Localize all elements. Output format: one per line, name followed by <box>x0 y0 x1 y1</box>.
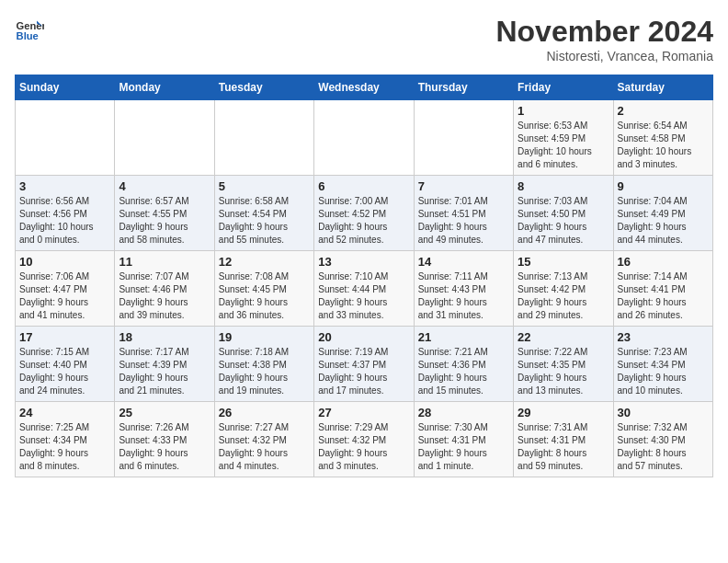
day-number: 6 <box>318 179 409 193</box>
calendar-cell: 30Sunrise: 7:32 AM Sunset: 4:30 PM Dayli… <box>613 402 712 477</box>
day-number: 3 <box>19 179 110 193</box>
header: General Blue November 2024 Nistoresti, V… <box>15 15 713 63</box>
calendar-week-row: 3Sunrise: 6:56 AM Sunset: 4:56 PM Daylig… <box>16 176 713 251</box>
calendar-cell: 11Sunrise: 7:07 AM Sunset: 4:46 PM Dayli… <box>115 251 214 327</box>
month-title: November 2024 <box>495 15 713 49</box>
day-info: Sunrise: 7:08 AM Sunset: 4:45 PM Dayligh… <box>219 270 310 322</box>
day-number: 27 <box>318 406 409 419</box>
weekday-header: Sunday <box>16 75 115 100</box>
day-number: 29 <box>518 406 609 419</box>
calendar-week-row: 10Sunrise: 7:06 AM Sunset: 4:47 PM Dayli… <box>16 251 713 327</box>
svg-text:Blue: Blue <box>17 30 39 41</box>
calendar-week-row: 17Sunrise: 7:15 AM Sunset: 4:40 PM Dayli… <box>16 327 713 402</box>
calendar-cell: 1Sunrise: 6:53 AM Sunset: 4:59 PM Daylig… <box>514 100 613 176</box>
day-info: Sunrise: 7:27 AM Sunset: 4:32 PM Dayligh… <box>219 421 310 473</box>
calendar-cell: 7Sunrise: 7:01 AM Sunset: 4:51 PM Daylig… <box>414 176 513 251</box>
day-info: Sunrise: 7:21 AM Sunset: 4:36 PM Dayligh… <box>418 346 509 397</box>
day-info: Sunrise: 7:15 AM Sunset: 4:40 PM Dayligh… <box>19 346 110 397</box>
calendar-cell: 21Sunrise: 7:21 AM Sunset: 4:36 PM Dayli… <box>414 327 513 402</box>
calendar-cell: 5Sunrise: 6:58 AM Sunset: 4:54 PM Daylig… <box>214 176 313 251</box>
day-number: 9 <box>618 179 709 193</box>
header-row: SundayMondayTuesdayWednesdayThursdayFrid… <box>16 75 713 100</box>
day-info: Sunrise: 7:13 AM Sunset: 4:42 PM Dayligh… <box>518 270 609 322</box>
svg-text:General: General <box>17 20 44 31</box>
day-number: 28 <box>418 406 509 419</box>
day-info: Sunrise: 7:17 AM Sunset: 4:39 PM Dayligh… <box>119 346 210 397</box>
weekday-header: Wednesday <box>314 75 414 100</box>
calendar-cell: 8Sunrise: 7:03 AM Sunset: 4:50 PM Daylig… <box>514 176 613 251</box>
calendar-cell <box>414 100 513 176</box>
day-info: Sunrise: 7:25 AM Sunset: 4:34 PM Dayligh… <box>19 421 110 473</box>
day-number: 30 <box>618 406 709 419</box>
logo-icon: General Blue <box>15 15 44 44</box>
location: Nistoresti, Vrancea, Romania <box>495 49 713 63</box>
calendar-cell: 25Sunrise: 7:26 AM Sunset: 4:33 PM Dayli… <box>115 402 214 477</box>
weekday-header: Thursday <box>414 75 513 100</box>
day-number: 18 <box>119 330 210 344</box>
day-number: 8 <box>518 179 609 193</box>
logo: General Blue <box>15 15 44 44</box>
calendar-table: SundayMondayTuesdayWednesdayThursdayFrid… <box>15 75 713 477</box>
day-info: Sunrise: 7:29 AM Sunset: 4:32 PM Dayligh… <box>318 421 409 473</box>
calendar-cell <box>115 100 214 176</box>
calendar-cell: 16Sunrise: 7:14 AM Sunset: 4:41 PM Dayli… <box>613 251 712 327</box>
calendar-cell: 19Sunrise: 7:18 AM Sunset: 4:38 PM Dayli… <box>214 327 313 402</box>
calendar-cell: 24Sunrise: 7:25 AM Sunset: 4:34 PM Dayli… <box>16 402 115 477</box>
calendar-cell: 14Sunrise: 7:11 AM Sunset: 4:43 PM Dayli… <box>414 251 513 327</box>
weekday-header: Monday <box>115 75 214 100</box>
day-info: Sunrise: 6:57 AM Sunset: 4:55 PM Dayligh… <box>119 195 210 247</box>
day-info: Sunrise: 7:14 AM Sunset: 4:41 PM Dayligh… <box>618 270 709 322</box>
day-info: Sunrise: 7:07 AM Sunset: 4:46 PM Dayligh… <box>119 270 210 322</box>
day-number: 13 <box>318 255 409 269</box>
calendar-cell: 12Sunrise: 7:08 AM Sunset: 4:45 PM Dayli… <box>214 251 313 327</box>
day-info: Sunrise: 6:56 AM Sunset: 4:56 PM Dayligh… <box>19 195 110 247</box>
day-number: 1 <box>518 104 609 118</box>
day-info: Sunrise: 7:11 AM Sunset: 4:43 PM Dayligh… <box>418 270 509 322</box>
calendar-cell: 20Sunrise: 7:19 AM Sunset: 4:37 PM Dayli… <box>314 327 414 402</box>
day-number: 11 <box>119 255 210 269</box>
day-info: Sunrise: 7:23 AM Sunset: 4:34 PM Dayligh… <box>618 346 709 397</box>
day-number: 20 <box>318 330 409 344</box>
calendar-cell: 3Sunrise: 6:56 AM Sunset: 4:56 PM Daylig… <box>16 176 115 251</box>
calendar-week-row: 24Sunrise: 7:25 AM Sunset: 4:34 PM Dayli… <box>16 402 713 477</box>
calendar-cell: 18Sunrise: 7:17 AM Sunset: 4:39 PM Dayli… <box>115 327 214 402</box>
day-number: 2 <box>618 104 709 118</box>
day-info: Sunrise: 7:19 AM Sunset: 4:37 PM Dayligh… <box>318 346 409 397</box>
calendar-cell: 29Sunrise: 7:31 AM Sunset: 4:31 PM Dayli… <box>514 402 613 477</box>
day-info: Sunrise: 6:58 AM Sunset: 4:54 PM Dayligh… <box>219 195 310 247</box>
calendar-week-row: 1Sunrise: 6:53 AM Sunset: 4:59 PM Daylig… <box>16 100 713 176</box>
day-info: Sunrise: 7:00 AM Sunset: 4:52 PM Dayligh… <box>318 195 409 247</box>
day-info: Sunrise: 7:10 AM Sunset: 4:44 PM Dayligh… <box>318 270 409 322</box>
day-number: 15 <box>518 255 609 269</box>
calendar-cell <box>314 100 414 176</box>
calendar-cell: 17Sunrise: 7:15 AM Sunset: 4:40 PM Dayli… <box>16 327 115 402</box>
calendar-cell: 9Sunrise: 7:04 AM Sunset: 4:49 PM Daylig… <box>613 176 712 251</box>
day-info: Sunrise: 7:01 AM Sunset: 4:51 PM Dayligh… <box>418 195 509 247</box>
day-info: Sunrise: 7:03 AM Sunset: 4:50 PM Dayligh… <box>518 195 609 247</box>
day-info: Sunrise: 7:30 AM Sunset: 4:31 PM Dayligh… <box>418 421 509 473</box>
day-number: 22 <box>518 330 609 344</box>
calendar-cell: 13Sunrise: 7:10 AM Sunset: 4:44 PM Dayli… <box>314 251 414 327</box>
day-number: 12 <box>219 255 310 269</box>
weekday-header: Friday <box>514 75 613 100</box>
day-number: 23 <box>618 330 709 344</box>
calendar-cell: 23Sunrise: 7:23 AM Sunset: 4:34 PM Dayli… <box>613 327 712 402</box>
day-info: Sunrise: 6:54 AM Sunset: 4:58 PM Dayligh… <box>618 120 709 171</box>
day-info: Sunrise: 7:18 AM Sunset: 4:38 PM Dayligh… <box>219 346 310 397</box>
day-number: 7 <box>418 179 509 193</box>
weekday-header: Tuesday <box>214 75 313 100</box>
calendar-cell: 4Sunrise: 6:57 AM Sunset: 4:55 PM Daylig… <box>115 176 214 251</box>
calendar-cell <box>214 100 313 176</box>
day-number: 10 <box>19 255 110 269</box>
calendar-cell: 10Sunrise: 7:06 AM Sunset: 4:47 PM Dayli… <box>16 251 115 327</box>
calendar-cell: 28Sunrise: 7:30 AM Sunset: 4:31 PM Dayli… <box>414 402 513 477</box>
calendar-cell: 15Sunrise: 7:13 AM Sunset: 4:42 PM Dayli… <box>514 251 613 327</box>
day-number: 26 <box>219 406 310 419</box>
day-info: Sunrise: 7:26 AM Sunset: 4:33 PM Dayligh… <box>119 421 210 473</box>
day-info: Sunrise: 7:06 AM Sunset: 4:47 PM Dayligh… <box>19 270 110 322</box>
day-number: 5 <box>219 179 310 193</box>
day-number: 24 <box>19 406 110 419</box>
day-info: Sunrise: 7:04 AM Sunset: 4:49 PM Dayligh… <box>618 195 709 247</box>
day-number: 25 <box>119 406 210 419</box>
day-number: 4 <box>119 179 210 193</box>
